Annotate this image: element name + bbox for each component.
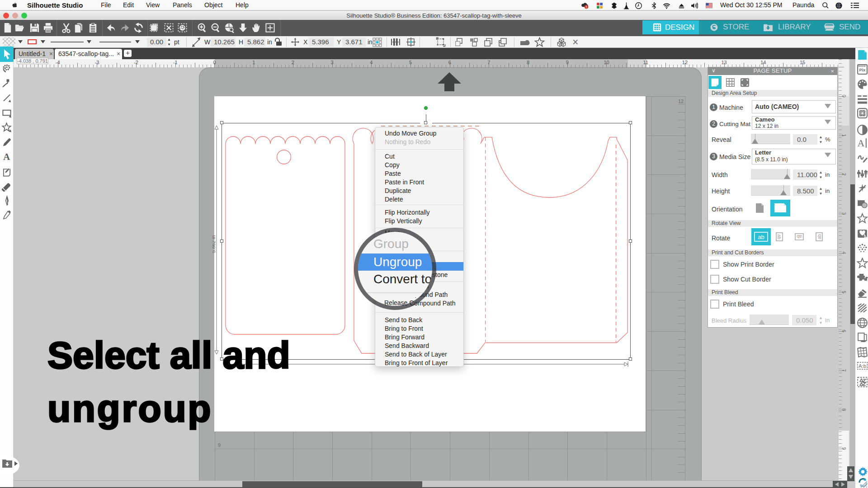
svg-text:A: A <box>857 138 864 149</box>
svg-text:5.862 in: 5.862 in <box>212 235 216 253</box>
svg-text:ab: ab <box>797 234 802 239</box>
svg-text:A:b: A:b <box>859 363 866 369</box>
svg-text:Pix: Pix <box>859 68 866 72</box>
svg-text:A: A <box>3 151 10 162</box>
svg-text:ab: ab <box>777 234 782 239</box>
svg-text:ab: ab <box>758 234 764 240</box>
svg-text:ab: ab <box>817 234 822 239</box>
